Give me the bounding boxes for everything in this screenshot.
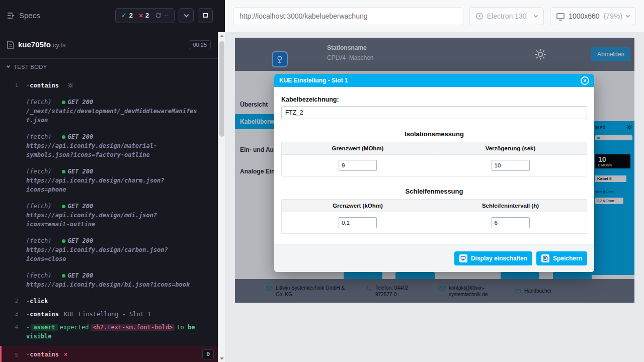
- failed-count: 2: [145, 12, 149, 19]
- fetch-log-entry[interactable]: (fetch)GET 200 /_next/static/development…: [0, 96, 218, 127]
- request-status: GET 200: [68, 168, 94, 175]
- specs-list-icon: [7, 12, 15, 19]
- modal-title: KUE Einstellung - Slot 1: [279, 77, 348, 84]
- command-log: 1 -contains (fetch)GET 200 /_next/static…: [0, 75, 218, 362]
- screenshot-root: Specs ✓ 2 × 2: [0, 0, 644, 362]
- passed-icon: ✓: [121, 12, 127, 19]
- assert-expected: expected: [60, 324, 89, 331]
- loop-table: Grenzwert (kOhm) Schleifenintervall (h): [281, 199, 587, 234]
- request-url: https://api.iconify.design/charm.json?ic…: [26, 176, 200, 194]
- reporter-header: Specs ✓ 2 × 2: [0, 0, 218, 31]
- cable-name-label: Kabelbezeichnung:: [281, 96, 587, 103]
- stop-button[interactable]: [198, 8, 213, 23]
- scrollbar-thumb[interactable]: [219, 41, 224, 137]
- request-status: GET 200: [68, 237, 94, 244]
- cypress-reporter: Specs ✓ 2 × 2: [0, 0, 225, 362]
- viewport-select[interactable]: 1000x660 (79%): [550, 7, 636, 25]
- command-assert[interactable]: 4 -assertexpected<h2.text-sm.font-bold>t…: [0, 321, 218, 343]
- cable-name-input[interactable]: [281, 106, 587, 119]
- loop-limit-input[interactable]: [339, 217, 377, 228]
- command-click[interactable]: 2 -click: [0, 295, 218, 308]
- passed-stat: ✓ 2: [121, 12, 133, 19]
- url-input[interactable]: [233, 7, 463, 25]
- chevron-down-icon: [7, 64, 10, 68]
- browser-name: Electron 130: [487, 12, 527, 20]
- loop-interval-header: Schleifenintervall (h): [434, 200, 587, 212]
- viewport-zoom: (79%): [604, 12, 622, 20]
- specs-menu-button[interactable]: Specs: [7, 11, 40, 20]
- test-stats[interactable]: ✓ 2 × 2 --: [115, 8, 175, 23]
- spec-extension: .cy.ts: [51, 41, 65, 49]
- isolation-limit-input[interactable]: [339, 160, 377, 171]
- spec-file-icon: [7, 41, 14, 49]
- assert-element: <h2.text-sm.font-bold>: [91, 324, 175, 331]
- viewport-icon: [556, 13, 565, 19]
- kue-settings-modal: KUE Einstellung - Slot 1 × Kabelbezeichn…: [274, 74, 594, 272]
- status-ok-dot: [62, 135, 65, 139]
- modal-footer: Display einschalten Speichern: [274, 244, 594, 272]
- spec-duration: 00:25: [189, 40, 211, 49]
- collapse-all-button[interactable]: [179, 8, 194, 23]
- request-url: https://api.iconify.design/bi.json?icons…: [26, 280, 200, 289]
- runner-url-bar: Electron 130 1000x660 (79%): [225, 0, 644, 32]
- loop-limit-header: Grenzwert (kOhm): [282, 200, 434, 212]
- specs-label: Specs: [19, 11, 40, 20]
- fetch-log-entry[interactable]: (fetch)GET 200 https://api.iconify.desig…: [0, 165, 218, 196]
- fetch-log-entry[interactable]: (fetch)GET 200 https://api.iconify.desig…: [0, 269, 218, 291]
- display-on-button[interactable]: Display einschalten: [454, 251, 532, 265]
- pending-count: --: [164, 12, 169, 19]
- fetch-log-entry[interactable]: (fetch)GET 200 https://api.iconify.desig…: [0, 130, 218, 161]
- status-ok-dot: [62, 239, 65, 243]
- failed-stat: × 2: [139, 12, 149, 20]
- save-button[interactable]: Speichern: [536, 251, 587, 265]
- isolation-delay-input[interactable]: [492, 160, 530, 171]
- status-ok-dot: [62, 101, 65, 104]
- command-contains-failed[interactable]: 5 -contains× 0: [0, 346, 218, 362]
- modal-body: Kabelbezeichnung: Isolationsmessung Gren…: [274, 87, 594, 244]
- command-contains-2[interactable]: 3 -containsKUE Einstellung - Slot 1: [0, 308, 218, 321]
- request-url: https://api.iconify.design/mdi.json?icon…: [26, 211, 200, 229]
- request-status: GET 200: [68, 272, 94, 279]
- fail-x-icon: ×: [64, 351, 67, 358]
- fetch-log-entry[interactable]: (fetch)GET 200 https://api.iconify.desig…: [0, 200, 218, 231]
- browser-icon: [476, 13, 483, 20]
- status-ok-dot: [62, 274, 65, 278]
- browser-select[interactable]: Electron 130: [469, 7, 544, 25]
- stop-icon: [203, 13, 208, 18]
- options-gear-icon: [67, 82, 73, 88]
- fetch-log-entry[interactable]: (fetch)GET 200 https://api.iconify.desig…: [0, 234, 218, 265]
- isolation-section-title: Isolationsmessung: [281, 130, 587, 138]
- command-contains-1[interactable]: 1 -contains: [0, 79, 218, 92]
- reporter-scrollbar[interactable]: [218, 32, 225, 362]
- spec-name: kue705fo: [18, 40, 51, 49]
- viewport-size: 1000x660: [569, 12, 600, 20]
- status-ok-dot: [62, 170, 65, 173]
- scroll-up-arrow[interactable]: [218, 32, 225, 39]
- failed-icon: ×: [139, 12, 143, 20]
- command-name: click: [30, 298, 48, 305]
- assert-badge: assert: [31, 324, 57, 331]
- request-url: https://api.iconify.design/carbon.json?i…: [26, 245, 200, 263]
- save-floppy-icon: [541, 254, 549, 262]
- status-ok-dot: [62, 205, 65, 208]
- scroll-down-arrow[interactable]: [218, 355, 225, 362]
- test-body-toggle[interactable]: TEST BODY: [0, 59, 218, 75]
- command-argument: KUE Einstellung - Slot 1: [64, 311, 151, 318]
- command-name: contains: [30, 82, 59, 89]
- isolation-limit-header: Grenzwert (MOhm): [282, 142, 434, 154]
- chevron-down-icon: [184, 12, 189, 17]
- request-url: https://api.iconify.design/material-symb…: [26, 141, 200, 159]
- display-icon: [459, 254, 467, 262]
- close-icon[interactable]: ×: [581, 76, 589, 85]
- chevron-down-icon: [534, 14, 538, 18]
- request-status: GET 200: [68, 203, 94, 210]
- modal-header: KUE Einstellung - Slot 1 ×: [274, 74, 594, 87]
- loop-interval-input[interactable]: [492, 217, 530, 228]
- command-number: 1: [0, 81, 26, 90]
- command-name: contains: [30, 351, 59, 358]
- pending-stat: --: [155, 12, 169, 19]
- isolation-table: Grenzwert (MOhm) Verzögerung (sek): [281, 142, 587, 176]
- spec-header[interactable]: kue705fo.cy.ts 00:25: [0, 31, 218, 59]
- reload-icon: [155, 12, 162, 19]
- command-name: contains: [30, 311, 59, 318]
